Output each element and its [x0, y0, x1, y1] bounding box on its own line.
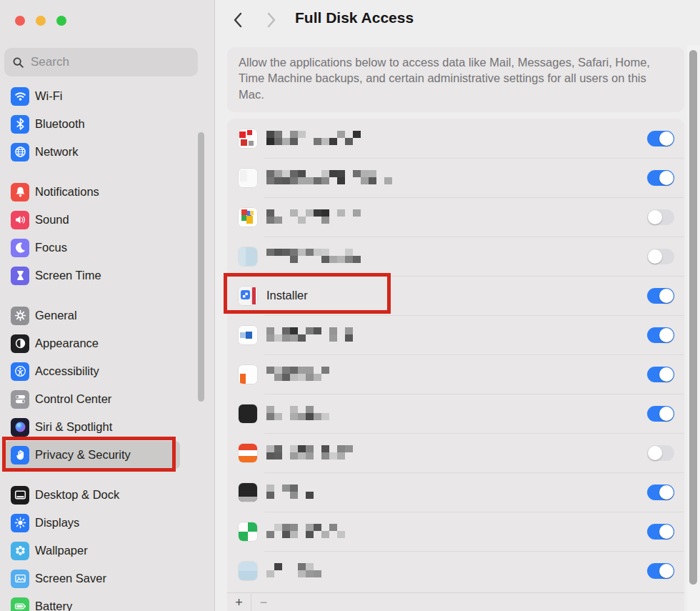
- close-button[interactable]: [15, 16, 25, 26]
- app-row: [227, 472, 684, 512]
- wi-fi-icon: [11, 87, 29, 106]
- battery-icon: [11, 597, 29, 611]
- redacted-app-name: [266, 209, 356, 224]
- system-settings-window: Wi-FiBluetoothNetworkNotificationsSoundF…: [0, 0, 700, 611]
- sidebar-item-desktop-dock[interactable]: Desktop & Dock: [4, 481, 194, 509]
- app-toggle[interactable]: [647, 170, 674, 186]
- app-icon: [239, 522, 257, 541]
- highlight-box-privacy-security: [2, 437, 176, 472]
- redacted-app-name: [266, 445, 358, 460]
- search-icon: [12, 56, 24, 69]
- app-toggle[interactable]: [647, 288, 674, 304]
- app-icon: [239, 483, 257, 502]
- sidebar-item-label: General: [35, 309, 77, 322]
- sidebar-item-label: Wi-Fi: [35, 89, 62, 103]
- app-row: [227, 197, 684, 237]
- appearance-icon: [11, 334, 29, 353]
- sidebar-item-focus[interactable]: Focus: [4, 234, 194, 262]
- sidebar-item-label: Desktop & Dock: [35, 488, 119, 502]
- sidebar-item-notifications[interactable]: Notifications: [4, 178, 194, 206]
- screen-time-icon: [11, 267, 29, 285]
- sidebar-item-sound[interactable]: Sound: [4, 206, 194, 234]
- sidebar-item-accessibility[interactable]: Accessibility: [4, 357, 194, 385]
- notifications-icon: [11, 183, 29, 202]
- back-button[interactable]: [227, 10, 247, 30]
- sidebar-item-label: Appearance: [35, 337, 99, 350]
- app-toggle[interactable]: [647, 131, 674, 146]
- app-row: [227, 512, 684, 551]
- sidebar-item-label: Wallpaper: [35, 544, 88, 557]
- redacted-app-name: [266, 367, 324, 382]
- app-toggle[interactable]: [647, 524, 674, 540]
- forward-button[interactable]: [261, 10, 281, 30]
- sidebar-item-label: Sound: [35, 213, 69, 227]
- app-icon: [239, 404, 257, 423]
- sidebar-item-network[interactable]: Network: [4, 138, 194, 166]
- displays-icon: [11, 514, 29, 532]
- sidebar-item-label: Network: [35, 145, 79, 159]
- redacted-app-name: [266, 485, 320, 500]
- app-toggle[interactable]: [647, 485, 674, 500]
- app-icon: [239, 208, 257, 227]
- app-row: [227, 551, 684, 590]
- app-icon: [239, 562, 257, 580]
- app-toggle[interactable]: [647, 249, 674, 264]
- sidebar-item-label: Focus: [35, 241, 67, 254]
- app-row: [227, 315, 684, 354]
- app-row: [227, 394, 684, 433]
- sidebar-item-label: Notifications: [35, 185, 99, 199]
- sidebar-item-appearance[interactable]: Appearance: [4, 329, 194, 357]
- search-input[interactable]: [29, 54, 190, 70]
- sidebar-item-label: Siri & Spotlight: [35, 420, 112, 434]
- bluetooth-icon: [11, 115, 29, 134]
- app-toggle[interactable]: [647, 367, 674, 382]
- network-icon: [11, 143, 29, 162]
- sidebar: Wi-FiBluetoothNetworkNotificationsSoundF…: [0, 0, 215, 611]
- app-toggle[interactable]: [647, 327, 674, 343]
- sidebar-item-general[interactable]: General: [4, 302, 194, 329]
- app-toggle[interactable]: [647, 445, 674, 461]
- sidebar-scrollbar[interactable]: [198, 132, 204, 402]
- sidebar-item-battery[interactable]: Battery: [4, 592, 194, 611]
- sidebar-item-wi-fi[interactable]: Wi-Fi: [4, 82, 194, 110]
- sidebar-item-screen-saver[interactable]: Screen Saver: [4, 565, 194, 592]
- sidebar-item-control-center[interactable]: Control Center: [4, 385, 194, 413]
- chevron-right-icon: [269, 14, 274, 26]
- sidebar-item-label: Accessibility: [35, 364, 99, 378]
- zoom-button[interactable]: [56, 16, 66, 26]
- sidebar-item-label: Control Center: [35, 392, 111, 406]
- main-scrollbar[interactable]: [689, 50, 697, 585]
- app-icon: [239, 444, 257, 462]
- app-row: [227, 158, 684, 197]
- sound-icon: [11, 211, 29, 229]
- sidebar-item-label: Screen Time: [35, 269, 101, 282]
- full-disk-access-list: Installer: [227, 119, 684, 592]
- sidebar-item-label: Displays: [35, 516, 79, 530]
- search-box[interactable]: [4, 48, 198, 76]
- focus-icon: [11, 239, 29, 257]
- highlight-box-installer: [224, 273, 391, 314]
- siri-spotlight-icon: [11, 418, 29, 437]
- sidebar-item-label: Bluetooth: [35, 117, 85, 131]
- redacted-app-name: [266, 131, 361, 146]
- add-app-button[interactable]: +: [227, 594, 251, 611]
- app-toggle[interactable]: [647, 406, 674, 422]
- redacted-app-name: [266, 563, 327, 578]
- list-footer: + −: [227, 592, 684, 611]
- sidebar-item-bluetooth[interactable]: Bluetooth: [4, 110, 194, 138]
- sidebar-item-wallpaper[interactable]: Wallpaper: [4, 537, 194, 565]
- sidebar-item-screen-time[interactable]: Screen Time: [4, 262, 194, 289]
- page-title: Full Disk Access: [295, 9, 414, 26]
- app-toggle[interactable]: [647, 209, 674, 225]
- app-row: [227, 354, 684, 394]
- redacted-app-name: [266, 249, 356, 264]
- app-icon: [239, 326, 257, 344]
- minimize-button[interactable]: [36, 16, 46, 26]
- sidebar-item-label: Screen Saver: [35, 572, 106, 585]
- app-toggle[interactable]: [647, 563, 674, 579]
- app-row: [227, 237, 684, 276]
- remove-app-button[interactable]: −: [251, 594, 276, 611]
- description-panel: Allow the applications below to access d…: [227, 47, 684, 112]
- sidebar-item-displays[interactable]: Displays: [4, 509, 194, 537]
- redacted-app-name: [266, 327, 352, 342]
